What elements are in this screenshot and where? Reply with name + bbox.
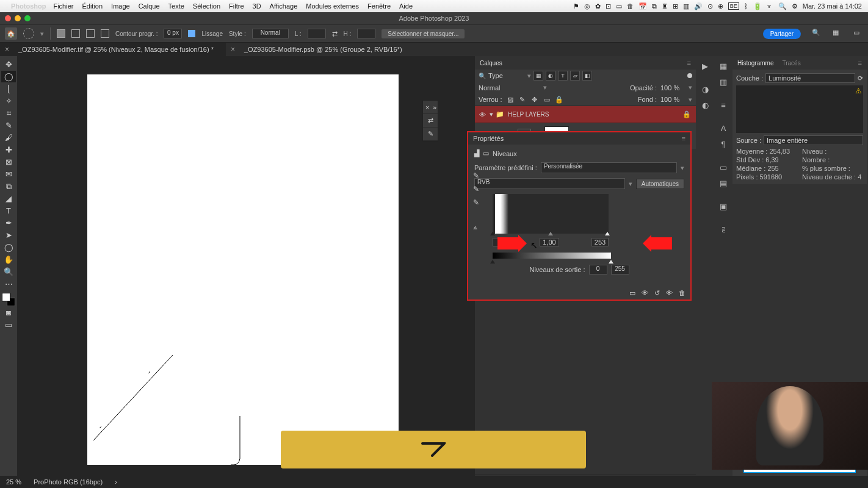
- adjust-icon[interactable]: ⇄: [423, 114, 438, 127]
- lock-artboard-icon[interactable]: ▭: [543, 95, 551, 104]
- filter-pixel-icon[interactable]: ▦: [533, 71, 543, 81]
- type-tool-icon[interactable]: T: [1, 205, 16, 217]
- crop-tool-icon[interactable]: ⌗: [1, 107, 16, 119]
- minimize-window[interactable]: [15, 15, 21, 21]
- lock-position-icon[interactable]: ✥: [530, 95, 539, 104]
- lasso-tool-icon[interactable]: ɭ: [1, 83, 16, 95]
- brush-tool-icon[interactable]: 🖌: [1, 132, 16, 143]
- view-previous-icon[interactable]: 👁: [642, 289, 648, 297]
- layers-tab[interactable]: Calques: [480, 60, 502, 66]
- share-button[interactable]: Partager: [763, 29, 801, 39]
- panel-menu-icon[interactable]: ≡: [858, 59, 862, 66]
- black-eyedropper-icon[interactable]: ✎: [473, 171, 479, 180]
- path-tool-icon[interactable]: ➤: [1, 229, 16, 241]
- feather-input[interactable]: 0 px: [164, 29, 182, 38]
- hand-tool-icon[interactable]: ✋: [1, 254, 16, 265]
- filter-type-select[interactable]: Type: [488, 72, 525, 79]
- histogram-tab[interactable]: Histogramme: [737, 60, 773, 66]
- intersect-selection-icon[interactable]: [101, 29, 109, 38]
- clone-tool-icon[interactable]: ⧉: [1, 181, 16, 192]
- marquee-tool-icon[interactable]: ◯: [1, 71, 16, 82]
- channel-select[interactable]: RVB: [474, 178, 625, 189]
- document-canvas[interactable]: [87, 74, 399, 465]
- menu-texte[interactable]: Texte: [168, 2, 184, 10]
- battery-icon[interactable]: 🔋: [753, 2, 762, 10]
- style-select[interactable]: Normal: [252, 29, 289, 38]
- opacity-input[interactable]: 100 %: [660, 84, 685, 92]
- play-icon[interactable]: ▶: [698, 59, 712, 73]
- output-black[interactable]: 0: [589, 265, 607, 274]
- input-white[interactable]: 253: [591, 238, 609, 246]
- warning-icon[interactable]: ⚠: [855, 87, 862, 95]
- doc-tab-2[interactable]: ×_OZ93605-Modifier.psb @ 25% (Groupe 2, …: [226, 43, 414, 56]
- envelope-icon[interactable]: ✉: [1, 168, 16, 180]
- marquee-icon[interactable]: [23, 28, 34, 39]
- properties-tab[interactable]: Propriétés: [473, 135, 504, 142]
- wand-tool-icon[interactable]: ✧: [1, 95, 16, 107]
- tray-icon[interactable]: ⊙: [707, 2, 713, 10]
- chevron-right-icon[interactable]: ›: [115, 478, 117, 486]
- output-white[interactable]: 255: [611, 265, 629, 274]
- close-tab-icon[interactable]: ×: [5, 45, 9, 54]
- zoom-window[interactable]: [24, 15, 31, 21]
- lock-all-icon[interactable]: 🔒: [555, 95, 563, 104]
- panel-icon[interactable]: ▭: [716, 160, 731, 174]
- preset-select[interactable]: Personnalisée: [541, 162, 677, 173]
- quickmask-icon[interactable]: ◙: [1, 307, 16, 318]
- heal-tool-icon[interactable]: ✚: [1, 144, 16, 156]
- search-icon[interactable]: 🔍: [812, 29, 822, 38]
- floating-mini-panel[interactable]: ×» ⇄ ✎: [422, 100, 438, 142]
- shape-tool-icon[interactable]: ◯: [1, 242, 16, 253]
- output-gradient[interactable]: [493, 253, 611, 259]
- add-selection-icon[interactable]: [71, 29, 80, 38]
- color-profile[interactable]: ProPhoto RGB (16bpc): [34, 478, 103, 486]
- bluetooth-icon[interactable]: ᛒ: [744, 2, 748, 10]
- lock-icon[interactable]: 🔒: [682, 110, 691, 118]
- antialias-checkbox[interactable]: [188, 30, 195, 37]
- menu-aide[interactable]: Aide: [399, 2, 413, 10]
- input-midtone[interactable]: 1,00: [540, 238, 559, 246]
- subtract-selection-icon[interactable]: [86, 29, 95, 38]
- tray-icon[interactable]: 🗑: [627, 2, 634, 10]
- filter-smart-icon[interactable]: ◧: [582, 71, 592, 81]
- source-select[interactable]: Image entière: [764, 135, 863, 145]
- wifi-icon[interactable]: ᯤ: [767, 2, 773, 10]
- filter-shape-icon[interactable]: ▱: [570, 71, 580, 81]
- eyedropper-tool-icon[interactable]: ✎: [1, 120, 16, 131]
- toggle-visibility-icon[interactable]: 👁: [666, 289, 673, 297]
- color-swatches[interactable]: [2, 293, 15, 306]
- swap-icon[interactable]: ⇄: [332, 30, 338, 38]
- app-name[interactable]: Photoshop: [11, 2, 46, 10]
- tray-icon[interactable]: ⚑: [573, 2, 579, 10]
- auto-button[interactable]: Automatiques: [636, 179, 684, 189]
- fill-input[interactable]: 100 %: [660, 96, 685, 103]
- refresh-icon[interactable]: ⟳: [858, 74, 863, 82]
- channel-select[interactable]: Luminosité: [765, 73, 855, 83]
- filter-type-icon[interactable]: T: [558, 71, 568, 81]
- height-input[interactable]: [357, 29, 375, 38]
- tray-icon[interactable]: ⊡: [606, 2, 611, 10]
- panel-icon[interactable]: ▦: [716, 59, 731, 73]
- tray-icon[interactable]: ▥: [683, 2, 689, 10]
- panel-icon[interactable]: ▤: [716, 176, 731, 190]
- close-icon[interactable]: ×»: [423, 101, 438, 114]
- clock[interactable]: Mar. 23 mai à 14:02: [803, 2, 862, 10]
- properties-panel[interactable]: Propriétés ≡ ▟ ▭ Niveaux Paramètre prédé…: [467, 131, 692, 301]
- clip-icon[interactable]: ⟁: [473, 223, 479, 231]
- color-icon[interactable]: ◑: [698, 82, 712, 96]
- layer-name[interactable]: HELP LAYERS: [508, 111, 549, 118]
- search-icon[interactable]: 🔍: [778, 2, 787, 10]
- blend-mode-select[interactable]: Normal: [479, 84, 540, 92]
- visibility-icon[interactable]: 👁: [475, 111, 490, 118]
- white-eyedropper-icon[interactable]: ✎: [473, 198, 479, 207]
- width-input[interactable]: [308, 29, 326, 38]
- filter-toggle[interactable]: [687, 73, 692, 78]
- paragraph-icon[interactable]: ¶: [716, 137, 731, 151]
- delete-icon[interactable]: 🗑: [679, 289, 685, 297]
- move-tool-icon[interactable]: ✥: [1, 59, 16, 70]
- home-button[interactable]: 🏠: [5, 27, 17, 40]
- tray-icon[interactable]: 📅: [638, 2, 647, 10]
- panel-icon[interactable]: ◐: [698, 98, 712, 112]
- menu-filtre[interactable]: Filtre: [229, 2, 244, 10]
- control-center-icon[interactable]: ⚙: [792, 2, 798, 10]
